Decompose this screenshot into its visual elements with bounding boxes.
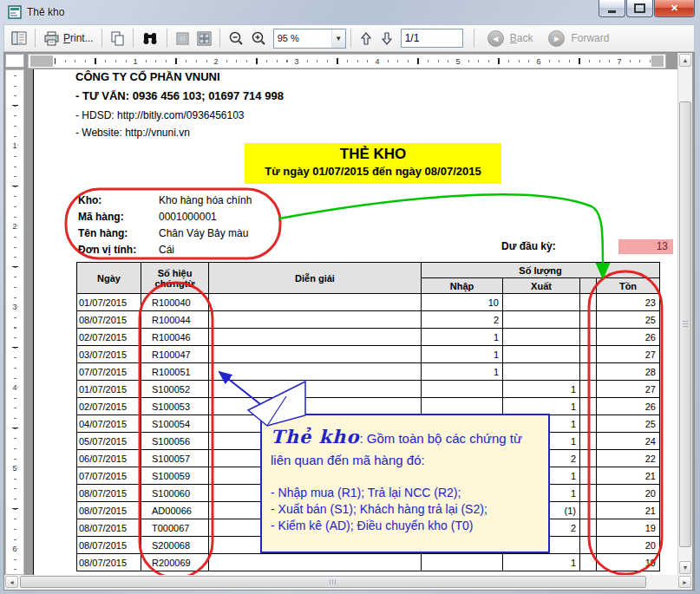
ruler-number: 6: [11, 544, 17, 555]
minimize-icon: [608, 10, 616, 13]
document-map-icon: [11, 31, 27, 45]
ruler-corner-box: [5, 54, 24, 68]
forward-icon: ►: [548, 30, 565, 47]
page-indicator-input[interactable]: [401, 29, 463, 48]
cell-spacer: [580, 363, 597, 381]
cell-in: 10: [422, 294, 503, 311]
ruler-number: 3: [292, 56, 300, 67]
ruler-number: 3: [11, 302, 17, 313]
prev-page-button[interactable]: [356, 29, 376, 49]
copy-button[interactable]: [107, 29, 128, 49]
zoom-out-icon: [228, 30, 244, 46]
cell-doc-no: S100054: [141, 415, 209, 433]
zoom-out-button[interactable]: [225, 28, 247, 49]
app-window: Thẻ kho ✕ Print...: [0, 0, 700, 594]
cell-doc-no: R100047: [141, 346, 209, 363]
zoom-in-button[interactable]: [247, 28, 270, 49]
cell-date: 01/07/2015: [77, 294, 141, 311]
dropdown-arrow-icon[interactable]: ▼: [331, 29, 345, 48]
cell-in: 1: [422, 329, 503, 346]
cell-spacer: [580, 450, 597, 467]
cell-in: [422, 398, 503, 415]
header-out: Xuất: [503, 278, 580, 294]
thumb-grip: [683, 321, 688, 328]
toolbar-separator: [133, 29, 134, 48]
single-page-view-button[interactable]: [172, 29, 193, 49]
table-header: Ngày Số hiệu chứngtừ Diễn giải Số lượng …: [77, 263, 660, 294]
info-field-don-vi-tinh: Đơn vị tính: Cái: [78, 244, 174, 256]
cell-doc-no: R100040: [141, 294, 209, 311]
cell-balance: 24: [597, 433, 660, 450]
back-button[interactable]: ◄ Back: [484, 28, 546, 49]
cell-out: [503, 346, 580, 363]
toolbar-separator: [474, 29, 474, 48]
ruler-number: 1: [131, 56, 139, 67]
info-field-ten-hang: Tên hàng: Chân Váy Bảy màu: [78, 227, 248, 239]
find-button[interactable]: [138, 29, 162, 48]
scroll-right-button[interactable]: ►: [678, 576, 691, 588]
opening-balance-label: Dư đầu kỳ:: [501, 240, 556, 252]
cell-balance: 23: [597, 294, 660, 311]
back-label: Back: [510, 32, 533, 44]
toolbar-separator: [219, 29, 220, 48]
header-in: Nhập: [422, 278, 503, 294]
header-spacer: [580, 278, 597, 294]
maximize-button[interactable]: [626, 0, 653, 17]
cell-balance: 25: [597, 311, 660, 329]
table-row: 08/07/2015R200069119: [77, 554, 660, 571]
horizontal-scroll-thumb[interactable]: [20, 576, 646, 588]
cell-description: [209, 346, 422, 363]
cell-in: 1: [422, 363, 503, 381]
cell-spacer: [580, 485, 597, 502]
cell-description: [209, 329, 422, 346]
table-row: 03/07/2015R100047127: [77, 346, 660, 363]
field-value: Kho hàng hóa chính: [159, 194, 252, 206]
cell-description: [209, 363, 422, 381]
cell-doc-no: R200069: [141, 554, 209, 571]
field-label: Mã hàng:: [78, 211, 159, 223]
zoom-level-combobox[interactable]: 95 % ▼: [273, 29, 346, 49]
cell-balance: 27: [597, 346, 660, 363]
callout-line-xuat: - Xuất bán (S1); Khách hàng trả lại (S2)…: [271, 501, 540, 518]
cell-in: 1: [422, 346, 503, 363]
ruler-number: 4: [373, 56, 381, 67]
vertical-scroll-thumb[interactable]: [679, 101, 691, 547]
cell-balance: 20: [597, 537, 660, 554]
ruler-number: 2: [11, 221, 17, 232]
print-button[interactable]: Print...: [40, 29, 97, 49]
close-button[interactable]: ✕: [654, 0, 695, 17]
header-date: Ngày: [77, 263, 141, 294]
horizontal-ruler: 1234567: [28, 54, 666, 69]
scroll-down-button[interactable]: ▼: [679, 561, 691, 574]
cell-date: 07/07/2015: [77, 363, 141, 381]
vertical-scrollbar[interactable]: ▲ ▼: [677, 53, 692, 575]
next-page-icon: [380, 31, 394, 46]
document-map-button[interactable]: [8, 29, 30, 48]
cell-date: 02/07/2015: [77, 398, 141, 415]
zoom-in-icon: [251, 30, 266, 46]
cell-date: 06/07/2015: [77, 450, 141, 467]
cell-spacer: [580, 537, 597, 554]
cell-balance: 21: [597, 467, 660, 485]
minimize-button[interactable]: [599, 0, 625, 17]
horizontal-scrollbar[interactable]: ◄ ►: [4, 575, 692, 590]
cell-doc-no: S100059: [141, 467, 209, 485]
multi-page-view-button[interactable]: [193, 29, 215, 49]
cell-spacer: [580, 311, 597, 329]
scroll-left-button[interactable]: ◄: [5, 576, 18, 588]
copy-icon: [110, 31, 125, 46]
ruler-number: 5: [454, 56, 461, 67]
forward-button[interactable]: ► Forward: [545, 28, 621, 49]
cell-description: [209, 381, 422, 398]
ruler-margin-cap: [651, 55, 664, 67]
ruler-number: 5: [11, 463, 17, 474]
cell-spacer: [580, 415, 597, 433]
scroll-up-button[interactable]: ▲: [679, 54, 691, 67]
next-page-button[interactable]: [376, 29, 397, 49]
ruler-margin-cap: [30, 55, 53, 67]
multi-page-view-icon: [197, 31, 212, 46]
cell-out: 1: [503, 554, 580, 571]
cell-spacer: [580, 329, 597, 346]
cell-doc-no: R100044: [141, 311, 209, 329]
toolbar-separator: [167, 29, 167, 48]
